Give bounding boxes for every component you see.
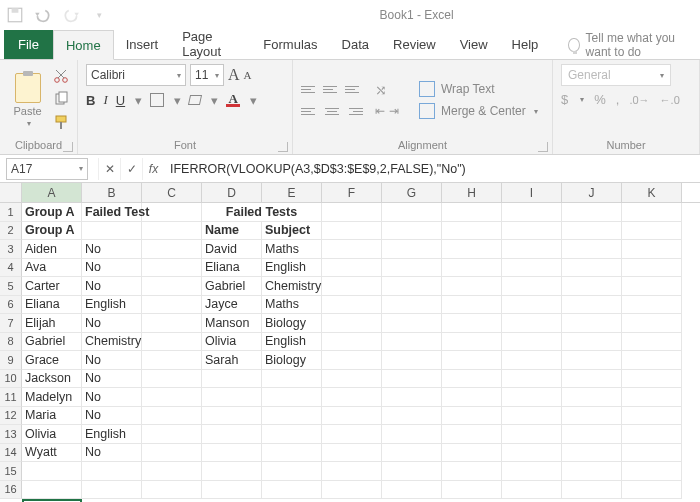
cell[interactable] (622, 296, 682, 315)
cell[interactable] (562, 481, 622, 500)
cell[interactable] (382, 314, 442, 333)
increase-decimal-icon[interactable]: .0→ (629, 94, 649, 106)
redo-icon[interactable] (62, 6, 80, 24)
cell[interactable]: No (82, 388, 142, 407)
font-color-icon[interactable]: A (226, 94, 240, 107)
cell[interactable] (322, 277, 382, 296)
cell[interactable]: Eliana (22, 296, 82, 315)
cell[interactable] (442, 444, 502, 463)
cell[interactable] (442, 240, 502, 259)
cell[interactable] (322, 351, 382, 370)
cell[interactable] (322, 259, 382, 278)
cell[interactable] (562, 259, 622, 278)
cell[interactable]: Name (202, 222, 262, 241)
dialog-launcher-icon[interactable] (278, 142, 288, 152)
cell[interactable] (622, 388, 682, 407)
undo-icon[interactable] (34, 6, 52, 24)
cell[interactable] (142, 259, 202, 278)
cell[interactable] (322, 481, 382, 500)
cell[interactable] (562, 240, 622, 259)
cell[interactable] (202, 462, 262, 481)
chevron-down-icon[interactable]: ▾ (135, 93, 142, 108)
worksheet-grid[interactable]: ABCDEFGHIJK 1Group AFailed TestFailed Te… (0, 183, 700, 499)
cell[interactable] (622, 259, 682, 278)
cell[interactable] (82, 481, 142, 500)
cell[interactable] (502, 388, 562, 407)
cell[interactable]: David (202, 240, 262, 259)
cell[interactable] (142, 203, 202, 222)
cell[interactable] (622, 407, 682, 426)
cell[interactable] (382, 240, 442, 259)
cell[interactable] (382, 222, 442, 241)
cell[interactable] (442, 407, 502, 426)
cell[interactable] (262, 481, 322, 500)
cell[interactable] (322, 333, 382, 352)
row-header[interactable]: 16 (0, 481, 22, 500)
cell[interactable] (502, 481, 562, 500)
cell[interactable] (562, 277, 622, 296)
cell[interactable]: Failed Test (82, 203, 142, 222)
cell[interactable]: No (82, 240, 142, 259)
cell[interactable]: No (82, 407, 142, 426)
cell[interactable] (622, 240, 682, 259)
cell[interactable] (562, 222, 622, 241)
cell[interactable]: Jayce (202, 296, 262, 315)
row-header[interactable]: 5 (0, 277, 22, 296)
cell[interactable]: Eliana (202, 259, 262, 278)
cell[interactable] (202, 407, 262, 426)
cell[interactable] (322, 407, 382, 426)
save-icon[interactable] (6, 6, 24, 24)
cell[interactable] (382, 444, 442, 463)
cell[interactable] (142, 388, 202, 407)
cell[interactable]: No (82, 259, 142, 278)
cell[interactable]: Madelyn (22, 388, 82, 407)
cell[interactable] (442, 222, 502, 241)
cell[interactable]: Manson (202, 314, 262, 333)
cell[interactable] (442, 462, 502, 481)
tab-help[interactable]: Help (500, 29, 551, 59)
cell[interactable]: Chemistry (82, 333, 142, 352)
cell[interactable] (262, 370, 322, 389)
cell[interactable] (142, 407, 202, 426)
cell[interactable]: Maths (262, 296, 322, 315)
cell[interactable]: No (82, 314, 142, 333)
cell[interactable] (562, 333, 622, 352)
cell[interactable] (382, 333, 442, 352)
row-header[interactable]: 6 (0, 296, 22, 315)
borders-icon[interactable] (150, 93, 164, 107)
cell[interactable] (262, 425, 322, 444)
comma-button[interactable]: , (616, 92, 620, 107)
cell[interactable] (562, 370, 622, 389)
col-header-G[interactable]: G (382, 183, 442, 202)
row-header[interactable]: 9 (0, 351, 22, 370)
cell[interactable] (622, 222, 682, 241)
cell[interactable] (562, 351, 622, 370)
row-header[interactable]: 13 (0, 425, 22, 444)
cell[interactable] (442, 314, 502, 333)
select-all-corner[interactable] (0, 183, 22, 202)
cell[interactable] (442, 203, 502, 222)
col-header-A[interactable]: A (22, 183, 82, 202)
row-header[interactable]: 14 (0, 444, 22, 463)
row-header[interactable]: 2 (0, 222, 22, 241)
cell[interactable] (142, 425, 202, 444)
cell[interactable] (502, 259, 562, 278)
cell[interactable] (442, 388, 502, 407)
cell[interactable] (142, 444, 202, 463)
cell[interactable] (622, 203, 682, 222)
cell[interactable] (442, 277, 502, 296)
cell[interactable]: Biology (262, 314, 322, 333)
cell[interactable] (382, 425, 442, 444)
font-size-combo[interactable]: 11▾ (190, 64, 224, 86)
row-header[interactable]: 1 (0, 203, 22, 222)
cell[interactable] (442, 481, 502, 500)
font-name-combo[interactable]: Calibri▾ (86, 64, 186, 86)
cell[interactable] (142, 351, 202, 370)
cell[interactable]: Grace (22, 351, 82, 370)
cell[interactable] (502, 314, 562, 333)
fill-color-icon[interactable] (189, 95, 201, 105)
cell[interactable]: Carter (22, 277, 82, 296)
cell[interactable]: Olivia (22, 425, 82, 444)
cell[interactable] (442, 370, 502, 389)
cell[interactable] (202, 425, 262, 444)
